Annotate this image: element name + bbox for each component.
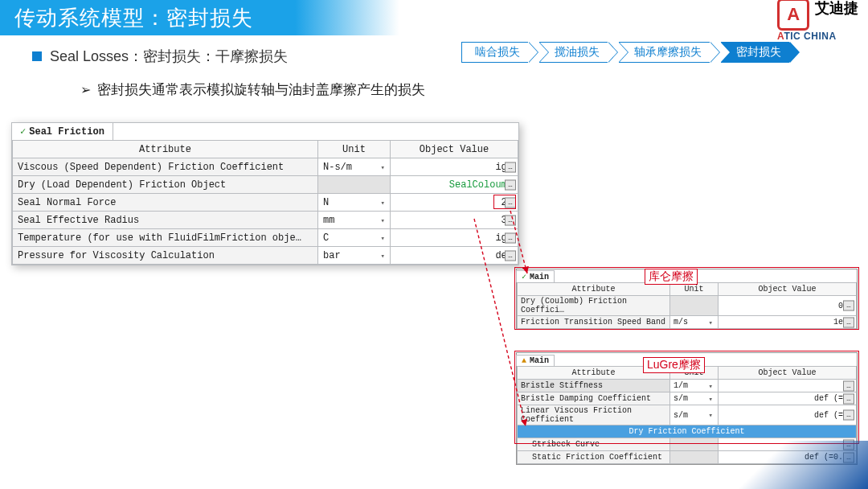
table-row: Seal Normal ForceN▾25… [13, 194, 518, 212]
logo-en: ATIC CHINA [777, 31, 858, 42]
crumb-2-label: 轴承摩擦损失 [634, 46, 702, 58]
chevron-down-icon: ▾ [381, 198, 385, 207]
cell-value[interactable]: def… [391, 247, 518, 265]
crumb-0[interactable]: 啮合损失 [461, 42, 528, 63]
chevron-down-icon: ▾ [381, 162, 385, 171]
crumb-3[interactable]: 密封损失 [721, 42, 789, 63]
logo-en-tic: TIC CHINA [784, 31, 836, 42]
seal-friction-table: Attribute Unit Object Value Viscous (Spe… [12, 140, 518, 265]
bullet-text: Seal Losses：密封损失：干摩擦损失 [50, 47, 288, 66]
table-row: Dry (Load Dependent) Friction ObjectSeal… [13, 176, 518, 194]
cell-attribute: Viscous (Speed Dependent) Friction Coeff… [13, 158, 318, 176]
highlight-label-coulomb: 库仑摩擦 [645, 269, 698, 285]
highlight-label-lugre: LuGre摩擦 [643, 357, 705, 373]
crumb-1[interactable]: 搅油损失 [539, 42, 608, 63]
sub-bullet-row: ➢ 密封损失通常表示模拟旋转轴与油封盖摩擦产生的损失 [80, 80, 425, 99]
table-row: Seal Effective Radiusmm▾30… [13, 212, 518, 229]
chevron-down-icon: ▾ [381, 251, 385, 260]
th-attr: Attribute [13, 141, 318, 158]
table-row: Pressure for Viscosity Calculationbar▾de… [13, 247, 518, 265]
title-bar: 传动系统模型：密封损失 A 艾迪捷 ATIC CHINA [0, 0, 868, 35]
chevron-down-icon: ▾ [381, 216, 385, 224]
tab-label: Seal Friction [29, 126, 104, 138]
cell-attribute: Seal Effective Radius [13, 212, 318, 229]
cell-unit[interactable]: C▾ [318, 229, 391, 247]
cell-unit[interactable]: N-s/m▾ [318, 158, 391, 176]
cell-attribute: Dry (Load Dependent) Friction Object [13, 176, 318, 194]
brand-logo: A 艾迪捷 ATIC CHINA [777, 0, 858, 42]
cell-unit[interactable]: bar▾ [318, 247, 391, 265]
highlight-box-ellipsis [493, 195, 516, 209]
arrow-bullet-icon: ➢ [80, 82, 91, 97]
ellipsis-button[interactable]: … [505, 162, 516, 172]
cell-value[interactable]: SealColoumb… [391, 176, 518, 194]
cell-unit [318, 176, 391, 194]
square-bullet-icon [32, 51, 42, 61]
cell-attribute: Temperature (for use with FluidFilmFrict… [13, 229, 318, 247]
crumb-2[interactable]: 轴承摩擦损失 [619, 42, 710, 63]
cell-value[interactable]: ign… [391, 229, 518, 247]
cell-unit[interactable]: mm▾ [318, 212, 391, 229]
ellipsis-button[interactable]: … [505, 250, 516, 261]
cell-value[interactable]: 30… [391, 212, 518, 229]
ellipsis-button[interactable]: … [505, 179, 516, 190]
ellipsis-button[interactable]: … [505, 232, 516, 243]
logo-cn: 艾迪捷 [815, 0, 858, 16]
seal-friction-panel: ✓Seal Friction Attribute Unit Object Val… [11, 122, 519, 265]
sub-bullet-text: 密封损失通常表示模拟旋转轴与油封盖摩擦产生的损失 [97, 80, 425, 99]
seal-friction-tab[interactable]: ✓Seal Friction [11, 122, 113, 140]
cell-value[interactable]: ign… [391, 158, 518, 176]
logo-mark: A [777, 0, 809, 31]
crumb-1-label: 搅油损失 [555, 46, 600, 58]
table-row: Viscous (Speed Dependent) Friction Coeff… [13, 158, 518, 176]
checkmark-icon: ✓ [20, 126, 26, 138]
corner-gradient [627, 441, 868, 489]
cell-unit[interactable]: N▾ [318, 194, 391, 212]
cell-attribute: Pressure for Viscosity Calculation [13, 247, 318, 265]
bullet-row: Seal Losses：密封损失：干摩擦损失 [32, 47, 288, 66]
cell-attribute: Seal Normal Force [13, 194, 318, 212]
slide-title: 传动系统模型：密封损失 [0, 0, 868, 35]
breadcrumb: 啮合损失 搅油损失 轴承摩擦损失 密封损失 [461, 42, 800, 63]
chevron-down-icon: ▾ [381, 233, 385, 242]
ellipsis-button[interactable]: … [505, 215, 516, 225]
th-unit: Unit [318, 141, 391, 158]
th-val: Object Value [391, 141, 518, 158]
table-row: Temperature (for use with FluidFilmFrict… [13, 229, 518, 247]
crumb-3-label: 密封损失 [736, 46, 781, 58]
value-text: SealColoumb [449, 179, 513, 191]
